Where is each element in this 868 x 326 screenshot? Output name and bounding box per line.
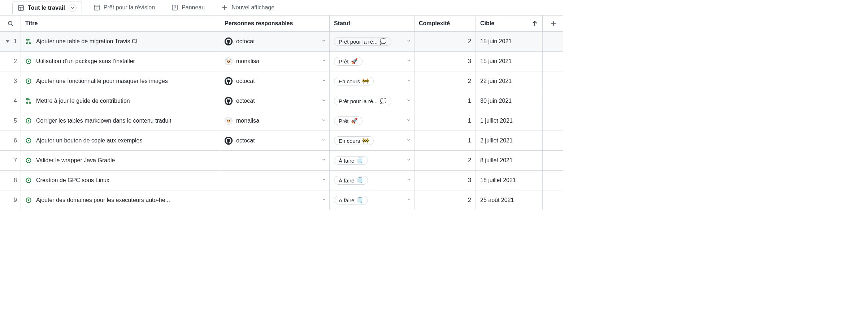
assignee-name: octocat xyxy=(236,38,255,45)
tab-board[interactable]: Panneau xyxy=(166,2,210,13)
chevron-down-icon[interactable] xyxy=(406,177,411,184)
target-cell[interactable]: 8 juillet 2021 xyxy=(476,151,543,170)
table-row[interactable]: 8Création de GPC sous LinuxÀ faire🗒️318 … xyxy=(0,171,563,190)
complexity-cell[interactable]: 3 xyxy=(415,52,476,71)
tab-label: Nouvel affichage xyxy=(231,4,274,11)
status-pill: Prêt🚀 xyxy=(334,57,363,66)
status-cell[interactable]: Prêt pour la ré...💭 xyxy=(330,91,415,111)
avatar xyxy=(225,137,233,145)
target-cell[interactable]: 18 juillet 2021 xyxy=(476,171,543,190)
title-cell[interactable]: Création de GPC sous Linux xyxy=(21,171,220,190)
column-header-assignee[interactable]: Personnes responsables xyxy=(220,16,330,31)
status-cell[interactable]: À faire🗒️ xyxy=(330,171,415,190)
table-row[interactable]: 7Valider le wrapper Java GradleÀ faire🗒️… xyxy=(0,151,563,171)
chevron-down-icon[interactable] xyxy=(406,157,411,164)
trailing-cell xyxy=(543,32,563,51)
row-number-value: 2 xyxy=(14,58,17,65)
chevron-down-icon[interactable] xyxy=(406,197,411,203)
assignee-cell[interactable]: octocat xyxy=(220,131,330,150)
status-cell[interactable]: À faire🗒️ xyxy=(330,190,415,210)
title-cell[interactable]: Utilisation d’un package sans l’installe… xyxy=(21,52,220,71)
search-button[interactable] xyxy=(0,16,21,31)
column-header-status[interactable]: Statut xyxy=(330,16,415,31)
complexity-cell[interactable]: 2 xyxy=(415,151,476,170)
title-cell[interactable]: Ajouter des domaines pour les exécuteurs… xyxy=(21,190,220,210)
complexity-cell[interactable]: 1 xyxy=(415,131,476,150)
issue-open-icon xyxy=(25,177,32,184)
issue-title: Valider le wrapper Java Gradle xyxy=(36,157,115,164)
status-cell[interactable]: En cours🚧 xyxy=(330,131,415,150)
assignee-cell[interactable]: octocat xyxy=(220,71,330,91)
status-cell[interactable]: Prêt pour la ré...💭 xyxy=(330,32,415,51)
complexity-cell[interactable]: 3 xyxy=(415,171,476,190)
table-row[interactable]: 5Corriger les tables markdown dans le co… xyxy=(0,111,563,131)
trailing-cell xyxy=(543,111,563,131)
chevron-down-icon[interactable] xyxy=(406,38,411,45)
assignee-cell[interactable]: octocat xyxy=(220,91,330,111)
assignee-cell[interactable] xyxy=(220,190,330,210)
chevron-down-icon[interactable] xyxy=(321,197,326,203)
target-cell[interactable]: 1 juillet 2021 xyxy=(476,111,543,131)
table-row[interactable]: 1Ajouter une table de migration Travis C… xyxy=(0,32,563,52)
target-cell[interactable]: 15 juin 2021 xyxy=(476,32,543,51)
target-cell[interactable]: 2 juillet 2021 xyxy=(476,131,543,150)
status-cell[interactable]: À faire🗒️ xyxy=(330,151,415,170)
status-cell[interactable]: Prêt🚀 xyxy=(330,52,415,71)
add-column-button[interactable] xyxy=(543,16,563,31)
chevron-down-icon[interactable] xyxy=(321,118,326,124)
assignee-cell[interactable] xyxy=(220,151,330,170)
chevron-down-icon[interactable] xyxy=(321,38,326,45)
status-cell[interactable]: Prêt🚀 xyxy=(330,111,415,131)
chevron-down-icon[interactable] xyxy=(321,98,326,104)
chevron-down-icon[interactable] xyxy=(321,137,326,144)
assignee-name: octocat xyxy=(236,78,255,84)
column-header-target[interactable]: Cible xyxy=(476,16,543,31)
tab-options-button[interactable] xyxy=(69,4,77,12)
complexity-cell[interactable]: 2 xyxy=(415,32,476,51)
target-cell[interactable]: 25 août 2021 xyxy=(476,190,543,210)
row-number-value: 5 xyxy=(14,118,17,124)
avatar xyxy=(225,117,233,125)
table-row[interactable]: 3Ajouter une fonctionnalité pour masquer… xyxy=(0,71,563,91)
title-cell[interactable]: Valider le wrapper Java Gradle xyxy=(21,151,220,170)
complexity-cell[interactable]: 1 xyxy=(415,111,476,131)
table-row[interactable]: 9Ajouter des domaines pour les exécuteur… xyxy=(0,190,563,210)
chevron-down-icon[interactable] xyxy=(406,98,411,104)
row-number: 3 xyxy=(0,71,21,91)
chevron-down-icon[interactable] xyxy=(321,58,326,65)
table-body: 1Ajouter une table de migration Travis C… xyxy=(0,32,563,210)
target-cell[interactable]: 30 juin 2021 xyxy=(476,91,543,111)
assignee-cell[interactable] xyxy=(220,171,330,190)
assignee-cell[interactable]: monalisa xyxy=(220,111,330,131)
title-cell[interactable]: Ajouter un bouton de copie aux exemples xyxy=(21,131,220,150)
new-view-button[interactable]: Nouvel affichage xyxy=(216,2,279,13)
chevron-down-icon[interactable] xyxy=(406,118,411,124)
complexity-cell[interactable]: 2 xyxy=(415,71,476,91)
table-row[interactable]: 2Utilisation d’un package sans l’install… xyxy=(0,52,563,71)
chevron-down-icon[interactable] xyxy=(406,78,411,84)
target-cell[interactable]: 22 juin 2021 xyxy=(476,71,543,91)
chevron-down-icon[interactable] xyxy=(321,78,326,84)
complexity-cell[interactable]: 1 xyxy=(415,91,476,111)
table-row[interactable]: 6Ajouter un bouton de copie aux exemples… xyxy=(0,131,563,151)
chevron-down-icon[interactable] xyxy=(321,157,326,164)
title-cell[interactable]: Ajouter une fonctionnalité pour masquer … xyxy=(21,71,220,91)
table-row[interactable]: 4Mettre à jour le guide de contributiono… xyxy=(0,91,563,111)
status-cell[interactable]: En cours🚧 xyxy=(330,71,415,91)
chevron-down-icon[interactable] xyxy=(406,137,411,144)
chevron-down-icon[interactable] xyxy=(321,177,326,184)
tab-ready-for-review[interactable]: Prêt pour la révision xyxy=(88,2,160,13)
chevron-down-icon[interactable] xyxy=(406,58,411,65)
title-cell[interactable]: Mettre à jour le guide de contribution xyxy=(21,91,220,111)
complexity-cell[interactable]: 2 xyxy=(415,190,476,210)
column-header-complexity[interactable]: Complexité xyxy=(415,16,476,31)
complexity-value: 1 xyxy=(468,137,471,144)
assignee-cell[interactable]: monalisa xyxy=(220,52,330,71)
assignee-cell[interactable]: octocat xyxy=(220,32,330,51)
target-cell[interactable]: 15 juin 2021 xyxy=(476,52,543,71)
tab-all-work[interactable]: Tout le travail xyxy=(12,1,82,14)
table-icon xyxy=(94,4,100,11)
title-cell[interactable]: Ajouter une table de migration Travis CI xyxy=(21,32,220,51)
column-header-title[interactable]: Titre xyxy=(21,16,220,31)
title-cell[interactable]: Corriger les tables markdown dans le con… xyxy=(21,111,220,131)
